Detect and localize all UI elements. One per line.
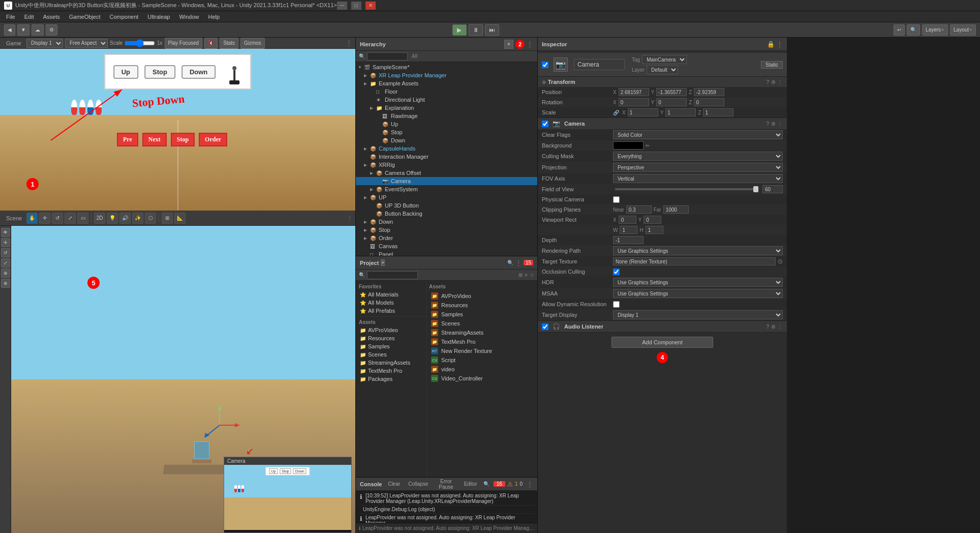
close-button[interactable]: ✕ [365,2,376,10]
console-error-pause[interactable]: Error Pause [434,478,457,490]
hierarchy-more[interactable]: ⋮ [527,40,533,48]
transform-settings[interactable]: ⚙ [771,79,776,85]
audio-listener-header[interactable]: 🎧 Audio Listener ? ⚙ ⋮ [538,321,787,332]
tree-cam-offset[interactable]: ▶ 📦 Camera Offset [356,169,537,177]
asset-textmesh[interactable]: 📁 TextMesh Pro [429,337,535,346]
tree-xrrig[interactable]: ▶ 📦 XRRig [356,161,537,169]
project-star-btn[interactable]: ☆ [530,272,534,278]
vp-x[interactable] [619,216,636,224]
grid-btn[interactable]: ⊞ [162,213,173,224]
game-up-btn[interactable]: Up [113,65,138,79]
tree-up-group[interactable]: ▶ 📦 UP [356,193,537,201]
static-badge[interactable]: Static [761,61,783,69]
folder-streaming[interactable]: 📁 StreamingAssets [356,359,426,367]
fav-materials[interactable]: ⭐ All Materials [356,290,426,299]
camera-settings[interactable]: ⚙ [771,121,776,127]
tree-stop[interactable]: ▶ 📦 Stop [356,226,537,234]
tree-explanation[interactable]: ▶ 📁 Explanation [356,104,537,112]
titlebar-controls[interactable]: ─ □ ✕ [337,2,376,10]
tree-button-backing[interactable]: 📦 Button Backing [356,210,537,218]
camera-component-header[interactable]: 📷 Camera ? ⚙ ⋮ [538,118,787,129]
camera-menu[interactable]: ⋮ [778,121,783,127]
play-button[interactable]: ▶ [452,24,467,36]
vp-y[interactable] [644,216,661,224]
pause-button[interactable]: ⏸ [469,24,483,36]
layout-dropdown[interactable]: Layout [950,24,976,36]
menu-window[interactable]: Window [175,13,203,21]
scale-slider[interactable] [125,39,155,47]
console-search-icon[interactable]: 🔍 [483,481,489,487]
display-select[interactable]: Display 1 [26,39,63,48]
console-msg-2[interactable]: UnityEngine.Debug:Log (object) [358,506,535,514]
menu-assets[interactable]: Assets [39,13,64,21]
project-view-btn[interactable]: ⊞ [518,272,523,278]
audio-btn[interactable]: 🔊 [119,213,131,224]
tree-up-inner[interactable]: 📦 Up [356,120,537,128]
pos-y[interactable] [656,88,687,96]
transform-menu[interactable]: ⋮ [778,79,783,85]
clipping-far[interactable] [663,205,689,214]
folder-avprovideo[interactable]: 📁 AVProVideo [356,326,426,334]
asset-script[interactable]: C# Script [429,356,535,365]
game-tab[interactable]: Game [3,40,24,46]
vp-w[interactable] [620,226,637,234]
target-texture-pick[interactable]: ⊙ [778,258,783,265]
toolbar-back[interactable]: ◀ [4,24,15,36]
tree-xr-leap[interactable]: ▶ 📦 XR Leap Provider Manager [356,71,537,79]
hand-tool[interactable]: ✋ [26,213,38,224]
side-move[interactable]: ✛ [1,238,10,247]
cloud-btn[interactable]: ☁ [32,24,44,36]
tree-panel[interactable]: □ Panel [356,250,537,256]
tree-interaction-mgr[interactable]: 📦 Interaction Manager [356,153,537,161]
mute-btn[interactable]: 🔇 [204,38,218,49]
menu-gameobject[interactable]: GameObject [65,13,105,21]
allow-dynamic-check[interactable] [613,301,620,308]
maximize-button[interactable]: □ [351,2,361,10]
tree-stop-inner[interactable]: 📦 Stop [356,128,537,136]
clipping-near[interactable] [626,205,652,214]
folder-resources[interactable]: 📁 Resources [356,334,426,342]
background-color[interactable] [613,141,644,150]
target-display-select[interactable]: Display 1 [613,310,783,319]
side-rotate[interactable]: ↺ [1,248,10,257]
camera-help[interactable]: ? [766,121,769,127]
inspector-more[interactable]: ⋮ [777,41,783,48]
obj-name-field[interactable] [574,59,625,70]
camera-enable-check[interactable] [542,121,548,127]
asset-streaming[interactable]: 📁 StreamingAssets [429,328,535,337]
add-component-button[interactable]: Add Component [611,337,713,348]
console-msg-3[interactable]: ℹ LeapProvider was not assigned. Auto as… [358,514,535,523]
tree-down-inner[interactable]: 📦 Down [356,136,537,144]
move-tool[interactable]: ✛ [39,213,50,224]
tag-select[interactable]: MainCamera [642,55,687,64]
console-more[interactable]: ⋮ [527,480,533,488]
project-add[interactable]: + [381,259,385,266]
projection-select[interactable]: Perspective [613,163,783,172]
scale-z[interactable] [703,108,733,116]
audio-settings[interactable]: ⚙ [771,324,776,330]
menu-component[interactable]: Component [105,13,142,21]
snap-btn[interactable]: 📐 [174,213,186,224]
hierarchy-search-input[interactable] [367,52,408,61]
console-msg-1[interactable]: ℹ [10:39:52] LeapProvider was not assign… [358,492,535,506]
game-stop-btn[interactable]: Stop [144,65,175,79]
menu-help[interactable]: Help [204,13,224,21]
scene-tab[interactable]: Scene [3,215,25,221]
tree-canvas[interactable]: 🖼 Canvas [356,242,537,250]
tree-down[interactable]: ▶ 📦 Down [356,218,537,226]
tree-example-assets[interactable]: ▶ 📁 Example Assets [356,79,537,87]
asset-avprovideo[interactable]: 📁 AVProVideo [429,291,535,301]
folder-packages[interactable]: 📁 Packages [356,375,426,383]
light-btn[interactable]: 💡 [107,213,118,224]
scale-x[interactable] [628,108,658,116]
rotate-tool[interactable]: ↺ [52,213,63,224]
asset-video-controller[interactable]: C# Video_Controller [429,374,535,383]
side-scale[interactable]: ⤢ [1,258,10,268]
fav-models[interactable]: ⭐ All Models [356,299,426,307]
tree-rawimage[interactable]: 🖼 RawImage [356,112,537,120]
rot-z[interactable] [694,98,724,106]
msaa-select[interactable]: Use Graphics Settings [613,289,783,298]
hdr-select[interactable]: Use Graphics Settings [613,278,783,287]
transform-help[interactable]: ? [766,79,769,85]
tree-capsulehands[interactable]: ▶ 📦 CapsuleHands [356,144,537,153]
